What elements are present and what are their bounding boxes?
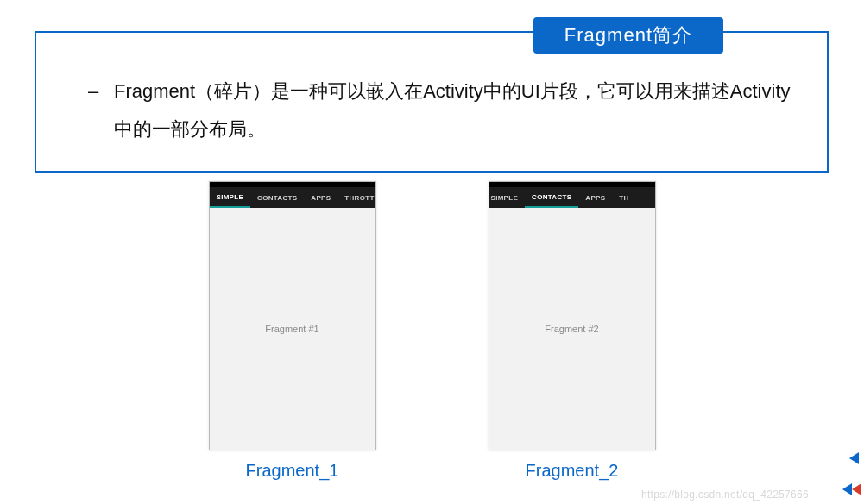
phone-body-left: Fragment #1 [210,208,375,450]
phone-right: SIMPLE CONTACTS APPS TH Fragment #2 [489,181,656,450]
description: – Fragment（碎片）是一种可以嵌入在Activity中的UI片段，它可以… [88,72,796,148]
tabbar-left: SIMPLE CONTACTS APPS THROTT [210,187,375,208]
next-icon[interactable] [842,483,859,495]
description-text: Fragment（碎片）是一种可以嵌入在Activity中的UI片段，它可以用来… [114,72,796,148]
tab-throttle[interactable]: TH [612,187,635,208]
tab-apps[interactable]: APPS [304,187,337,208]
tab-simple[interactable]: SIMPLE [210,187,251,208]
fragment-label: Fragment #2 [545,324,598,334]
tab-simple[interactable]: SIMPLE [489,187,526,208]
nav-arrows [842,452,859,495]
phone-body-right: Fragment #2 [489,208,655,450]
tab-throttle[interactable]: THROTT [337,187,375,208]
watermark: https://blog.csdn.net/qq_42257666 [641,488,809,501]
phone-wrap-right: SIMPLE CONTACTS APPS TH Fragment #2 Frag… [489,181,656,481]
caption-right: Fragment_2 [526,461,619,481]
tab-contacts[interactable]: CONTACTS [250,187,304,208]
fragment-label: Fragment #1 [265,324,318,334]
phone-row: SIMPLE CONTACTS APPS THROTT Fragment #1 … [0,181,864,481]
tab-apps[interactable]: APPS [578,187,612,208]
bullet-dash: – [88,72,98,110]
phone-left: SIMPLE CONTACTS APPS THROTT Fragment #1 [209,181,376,450]
phone-wrap-left: SIMPLE CONTACTS APPS THROTT Fragment #1 … [209,181,376,481]
tabbar-right: SIMPLE CONTACTS APPS TH [489,187,655,208]
caption-left: Fragment_1 [246,461,339,481]
prev-icon[interactable] [849,452,859,464]
section-title: Fragment简介 [533,17,723,54]
tab-contacts[interactable]: CONTACTS [525,187,578,208]
info-box: Fragment简介 – Fragment（碎片）是一种可以嵌入在Activit… [35,31,829,173]
